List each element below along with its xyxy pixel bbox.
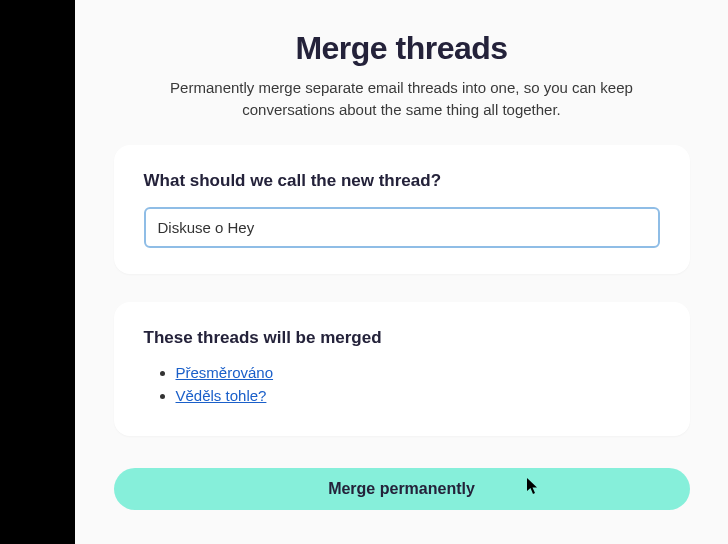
thread-link[interactable]: Přesměrováno [176,364,274,381]
name-thread-heading: What should we call the new thread? [144,171,660,191]
cta-wrap: Merge permanently [114,468,690,510]
list-item: Přesměrováno [176,364,660,381]
page-header: Merge threads Permanently merge separate… [75,0,728,121]
merge-list-card: These threads will be merged Přesměrován… [114,302,690,436]
merge-list-heading: These threads will be merged [144,328,660,348]
thread-link[interactable]: Věděls tohle? [176,387,267,404]
name-thread-card: What should we call the new thread? [114,145,690,274]
merge-threads-page: Merge threads Permanently merge separate… [75,0,728,544]
thread-list: Přesměrováno Věděls tohle? [144,364,660,404]
page-subtitle: Permanently merge separate email threads… [142,77,662,121]
merge-permanently-button[interactable]: Merge permanently [114,468,690,510]
list-item: Věděls tohle? [176,387,660,404]
page-title: Merge threads [135,30,668,67]
thread-name-input[interactable] [144,207,660,248]
